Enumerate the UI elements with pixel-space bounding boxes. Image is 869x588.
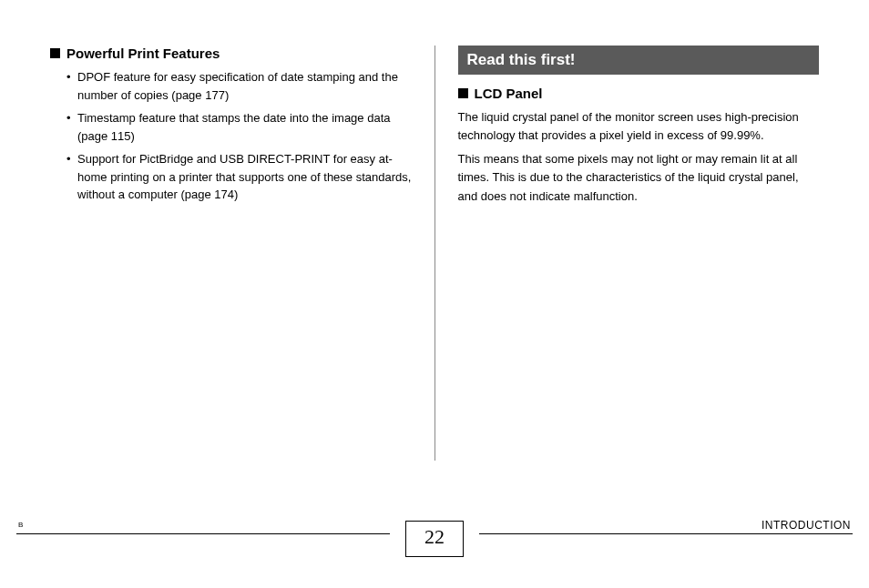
right-heading-text: LCD Panel (475, 86, 543, 101)
list-item: Timestamp feature that stamps the date i… (66, 109, 412, 145)
right-column: Read this first! LCD Panel The liquid cr… (445, 46, 820, 461)
footer-rule-right (479, 533, 853, 534)
left-column: Powerful Print Features DPOF feature for… (50, 46, 425, 461)
column-divider (434, 46, 435, 461)
page-number: 22 (424, 525, 445, 548)
page-body: Powerful Print Features DPOF feature for… (0, 0, 869, 524)
left-heading: Powerful Print Features (50, 46, 412, 61)
list-item: DPOF feature for easy specification of d… (66, 68, 412, 104)
banner-text: Read this first! (467, 51, 576, 68)
paragraph: The liquid crystal panel of the monitor … (458, 108, 820, 145)
left-heading-text: Powerful Print Features (66, 46, 220, 61)
paragraph: This means that some pixels may not ligh… (458, 150, 820, 205)
right-heading: LCD Panel (458, 86, 820, 101)
footer-mark-left: B (18, 521, 23, 529)
footer-rule-left (16, 533, 390, 534)
page-number-box: 22 (405, 521, 464, 557)
square-bullet-icon (50, 48, 60, 58)
page-footer: B 22 INTRODUCTION (0, 533, 869, 579)
square-bullet-icon (458, 88, 468, 98)
list-item: Support for PictBridge and USB DIRECT-PR… (66, 150, 412, 204)
footer-section-label: INTRODUCTION (762, 519, 851, 532)
feature-list: DPOF feature for easy specification of d… (50, 68, 412, 204)
read-first-banner: Read this first! (458, 46, 820, 75)
